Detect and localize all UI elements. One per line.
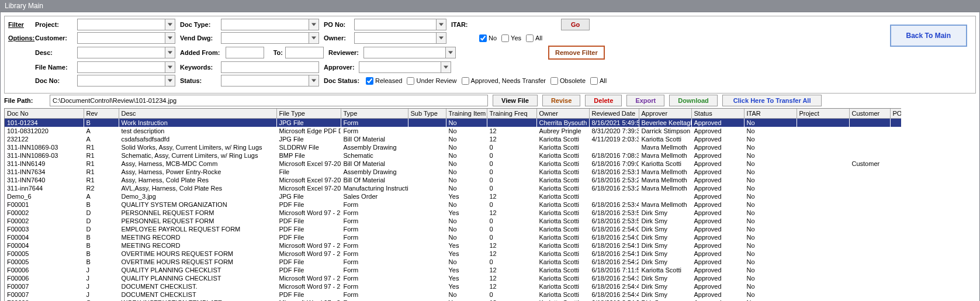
table-cell[interactable] (890, 200, 901, 209)
table-cell[interactable]: C (84, 299, 119, 302)
table-cell[interactable]: No (744, 200, 797, 209)
table-row[interactable]: F00004BMEETING RECORDPDF FileFormNo0Kari… (5, 233, 901, 241)
table-cell[interactable]: Form (341, 290, 408, 299)
table-cell[interactable]: Dirk Smy (639, 282, 691, 290)
table-cell[interactable] (797, 184, 849, 192)
table-cell[interactable]: R1 (84, 168, 119, 176)
table-cell[interactable]: No (446, 176, 487, 184)
table-cell[interactable]: Schematic (341, 151, 408, 160)
table-cell[interactable]: Approved (691, 160, 744, 168)
docstatus-obsolete-checkbox[interactable]: Obsolete (550, 77, 586, 85)
table-cell[interactable] (849, 241, 890, 250)
po-no-combo[interactable] (354, 19, 446, 30)
table-cell[interactable] (797, 135, 849, 143)
table-cell[interactable]: F00004 (5, 233, 84, 241)
chevron-down-icon[interactable] (165, 19, 175, 30)
table-cell[interactable]: PDF File (276, 290, 341, 299)
table-cell[interactable]: 12 (487, 127, 536, 135)
table-cell[interactable]: Mavra Mellmoth (639, 184, 691, 192)
table-cell[interactable]: Kariotta Scotti (639, 135, 691, 143)
table-row[interactable]: F00007JDOCUMENT CHECKLIST.Microsoft Word… (5, 282, 901, 290)
table-cell[interactable]: 311-INN10869-03 (5, 143, 84, 151)
table-cell[interactable]: No (744, 209, 797, 217)
table-cell[interactable] (408, 299, 446, 302)
table-cell[interactable]: 12 (487, 209, 536, 217)
doc-type-combo[interactable] (221, 19, 319, 30)
table-cell[interactable] (797, 282, 849, 290)
table-cell[interactable]: Kariotta Scotti (639, 266, 691, 274)
table-cell[interactable]: No (446, 151, 487, 160)
table-cell[interactable] (408, 184, 446, 192)
doc-no-input[interactable] (77, 75, 165, 87)
table-cell[interactable] (849, 282, 890, 290)
table-cell[interactable] (849, 135, 890, 143)
table-cell[interactable]: D (84, 225, 119, 233)
docstatus-under-review-checkbox[interactable]: Under Review (407, 77, 456, 85)
table-cell[interactable] (890, 258, 901, 266)
table-cell[interactable] (890, 233, 901, 241)
table-cell[interactable] (797, 225, 849, 233)
table-cell[interactable]: No (744, 258, 797, 266)
table-cell[interactable]: Kariotta Scotti (536, 290, 589, 299)
file-path-input[interactable] (50, 95, 488, 106)
table-cell[interactable]: R1 (84, 176, 119, 184)
table-cell[interactable]: No (446, 184, 487, 192)
chevron-down-icon[interactable] (165, 47, 175, 58)
table-cell[interactable] (890, 118, 901, 127)
desc-input[interactable] (77, 47, 165, 58)
table-cell[interactable] (849, 209, 890, 217)
table-cell[interactable]: J (84, 274, 119, 282)
table-cell[interactable] (408, 176, 446, 184)
table-cell[interactable]: F00002 (5, 209, 84, 217)
table-cell[interactable] (408, 250, 446, 258)
table-cell[interactable]: Mavra Mellmoth (639, 143, 691, 151)
table-cell[interactable]: Mavra Mellmoth (639, 200, 691, 209)
docstatus-approved-needs-checkbox[interactable]: Approved, Needs Transfer (462, 77, 546, 85)
table-cell[interactable] (849, 143, 890, 151)
table-cell[interactable]: Kariotta Scotti (536, 168, 589, 176)
table-cell[interactable] (408, 282, 446, 290)
table-row[interactable]: 101-08312020Atest descriptionMicrosoft E… (5, 127, 901, 135)
column-header[interactable]: Sub Type (408, 109, 446, 118)
table-cell[interactable]: Approved (691, 282, 744, 290)
table-cell[interactable]: Approved (691, 225, 744, 233)
table-cell[interactable]: R1 (84, 151, 119, 160)
table-cell[interactable]: Kariotta Scotti (536, 151, 589, 160)
table-cell[interactable]: 12 (487, 250, 536, 258)
table-cell[interactable] (797, 258, 849, 266)
table-cell[interactable]: 0 (487, 233, 536, 241)
table-cell[interactable]: 311-INN7634 (5, 168, 84, 176)
table-cell[interactable]: Form (341, 225, 408, 233)
table-cell[interactable]: No (446, 217, 487, 225)
table-cell[interactable] (408, 258, 446, 266)
table-cell[interactable]: Approved (691, 217, 744, 225)
table-cell[interactable]: PERSONNEL REQUEST FORM (119, 217, 276, 225)
table-cell[interactable]: AVL,Assy, Harness, Cold Plate Res (119, 184, 276, 192)
table-cell[interactable]: No (446, 160, 487, 168)
table-cell[interactable] (849, 118, 890, 127)
table-cell[interactable]: No (744, 151, 797, 160)
table-cell[interactable]: Approved (691, 135, 744, 143)
table-row[interactable]: 311-inn7644R2AVL,Assy, Harness, Cold Pla… (5, 184, 901, 192)
table-cell[interactable]: Assy, Harness, MCB-MDC Comm (119, 160, 276, 168)
table-row[interactable]: F00003DEMPLOYEE PAYROLL REQUEST FORMPDF … (5, 225, 901, 233)
table-cell[interactable]: 101-08312020 (5, 127, 84, 135)
table-cell[interactable]: R1 (84, 160, 119, 168)
column-header[interactable]: Reviewed Date (589, 109, 639, 118)
vend-dwg-input[interactable] (221, 32, 309, 44)
table-cell[interactable]: 8/31/2020 7:39:36 (589, 127, 639, 135)
table-cell[interactable] (849, 274, 890, 282)
table-cell[interactable]: R2 (84, 184, 119, 192)
table-cell[interactable]: Yes (446, 192, 487, 200)
table-cell[interactable]: No (744, 143, 797, 151)
column-header[interactable]: Status (691, 109, 744, 118)
table-cell[interactable]: MEETING RECORD (119, 241, 276, 250)
table-cell[interactable] (408, 127, 446, 135)
table-cell[interactable] (849, 290, 890, 299)
table-cell[interactable] (797, 250, 849, 258)
table-cell[interactable]: No (744, 225, 797, 233)
table-cell[interactable]: PDF File (276, 233, 341, 241)
owner-combo[interactable] (354, 32, 446, 44)
table-cell[interactable]: B (84, 250, 119, 258)
table-row[interactable]: 101-01234BWork InstructionJPG FileFormNo… (5, 118, 901, 127)
